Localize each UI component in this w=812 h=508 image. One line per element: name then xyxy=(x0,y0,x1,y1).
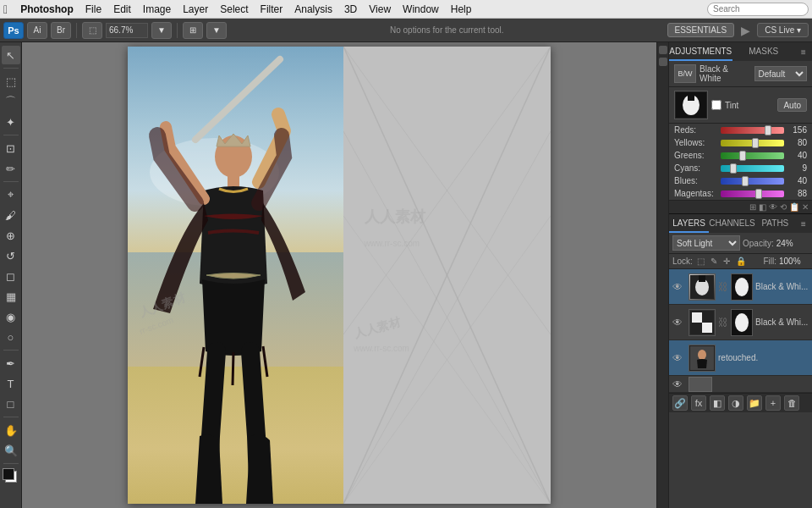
gradient-tool[interactable]: ▦ xyxy=(2,287,20,306)
layer-item-2[interactable]: 👁 retouched. xyxy=(669,340,812,376)
slider-greens-thumb[interactable] xyxy=(739,151,746,161)
adj-icon2[interactable]: ◧ xyxy=(759,202,766,212)
lock-position-btn[interactable]: ✛ xyxy=(721,256,732,267)
blur-tool[interactable]: ◉ xyxy=(2,307,20,326)
layer-eye-0[interactable]: 👁 xyxy=(672,281,686,293)
slider-cyans-track[interactable] xyxy=(721,165,784,172)
new-layer-btn[interactable]: + xyxy=(765,395,781,411)
history-tool[interactable]: ↺ xyxy=(2,246,20,265)
slider-yellows-thumb[interactable] xyxy=(752,138,759,148)
zoom-tool[interactable]: 🔍 xyxy=(2,441,20,460)
add-style-btn[interactable]: fx xyxy=(691,395,706,411)
menu-view[interactable]: View xyxy=(363,3,397,15)
adj-icon1[interactable]: ⊞ xyxy=(749,202,756,212)
crop-tool[interactable]: ⊡ xyxy=(2,139,20,157)
color-swatches[interactable] xyxy=(2,467,20,486)
lock-all-btn[interactable]: 🔒 xyxy=(734,256,748,267)
wand-tool[interactable]: ✦ xyxy=(2,113,20,131)
zoom-input[interactable] xyxy=(106,23,148,38)
cslive-btn[interactable]: CS Live ▾ xyxy=(757,23,809,37)
menu-analysis[interactable]: Analysis xyxy=(288,3,338,15)
adj-preset-select[interactable]: Default xyxy=(754,66,808,81)
slider-reds-thumb[interactable] xyxy=(765,125,771,135)
menu-edit[interactable]: Edit xyxy=(107,3,137,15)
search-input[interactable] xyxy=(707,3,809,16)
adj-panel-menu-btn[interactable]: ≡ xyxy=(795,42,812,61)
eraser-tool[interactable]: ◻ xyxy=(2,267,20,285)
shape-tool[interactable]: □ xyxy=(2,395,20,413)
br-icon-btn[interactable]: Br xyxy=(51,22,71,39)
tint-checkbox[interactable] xyxy=(711,100,721,110)
layers-panel-menu-btn[interactable]: ≡ xyxy=(795,214,812,233)
narrow-btn2[interactable] xyxy=(659,58,667,66)
apple-logo[interactable]:  xyxy=(3,3,8,16)
menu-3d[interactable]: 3D xyxy=(338,3,363,15)
tab-masks[interactable]: MASKS xyxy=(732,42,796,61)
text-tool[interactable]: T xyxy=(2,374,20,393)
tab-channels[interactable]: CHANNELS xyxy=(709,214,754,233)
arrange-btn[interactable]: ⊞ xyxy=(183,22,203,39)
menu-right xyxy=(707,3,809,16)
menu-image[interactable]: Image xyxy=(137,3,177,15)
ai-icon-btn[interactable]: Ai xyxy=(27,22,47,39)
layer-item-3[interactable]: 👁 xyxy=(669,376,812,393)
layer-item-0[interactable]: 👁 ⛓ Black & Whi... xyxy=(669,269,812,305)
lock-pixels-btn[interactable]: ✎ xyxy=(709,256,719,267)
link-layers-btn[interactable]: 🔗 xyxy=(672,395,688,411)
slider-cyans-thumb[interactable] xyxy=(730,163,737,174)
brush-tool[interactable]: 🖌 xyxy=(2,206,20,224)
slider-magentas-track[interactable] xyxy=(721,190,784,197)
marquee-tool[interactable]: ⬚ xyxy=(2,72,20,91)
adj-icon5[interactable]: 📋 xyxy=(789,202,799,212)
zoom-btn[interactable]: ▼ xyxy=(151,22,172,39)
menu-select[interactable]: Select xyxy=(214,3,254,15)
tab-layers[interactable]: LAYERS xyxy=(669,214,709,233)
menu-layer[interactable]: Layer xyxy=(177,3,214,15)
adj-icon3[interactable]: 👁 xyxy=(769,202,777,212)
adj-bw-icon[interactable]: B/W xyxy=(674,64,696,83)
dodge-tool[interactable]: ○ xyxy=(2,328,20,346)
layer-item-1[interactable]: 👁 ⛓ Black & Whi... xyxy=(669,305,812,340)
blend-mode-select[interactable]: Soft Light xyxy=(672,235,740,251)
ps-icon-btn[interactable]: Ps xyxy=(3,22,24,39)
slider-greens-track[interactable] xyxy=(721,152,784,159)
add-mask-btn[interactable]: ◧ xyxy=(710,395,725,411)
new-adj-btn[interactable]: ◑ xyxy=(728,395,743,411)
slider-reds-track[interactable] xyxy=(721,127,784,134)
menu-window[interactable]: Window xyxy=(397,3,445,15)
app-name[interactable]: Photoshop xyxy=(14,3,80,15)
new-group-btn[interactable]: 📁 xyxy=(747,395,762,411)
layer-eye-2[interactable]: 👁 xyxy=(672,352,686,364)
adj-icon4[interactable]: ⟲ xyxy=(780,202,787,212)
menu-file[interactable]: File xyxy=(80,3,107,15)
auto-btn[interactable]: Auto xyxy=(777,98,807,112)
lock-row: Lock: ⬚ ✎ ✛ 🔒 Fill: 100% xyxy=(669,254,812,269)
svg-rect-21 xyxy=(692,312,702,323)
view-btn[interactable]: ▼ xyxy=(206,22,227,39)
layer-eye-3[interactable]: 👁 xyxy=(672,378,686,390)
essentials-btn[interactable]: ESSENTIALS xyxy=(667,23,735,37)
menu-filter[interactable]: Filter xyxy=(255,3,289,15)
delete-layer-btn[interactable]: 🗑 xyxy=(784,395,799,411)
pen-tool[interactable]: ✒ xyxy=(2,354,20,373)
slider-blues-thumb[interactable] xyxy=(742,176,749,186)
tab-paths[interactable]: PATHS xyxy=(755,214,795,233)
narrow-btn1[interactable] xyxy=(659,46,667,54)
stamp-tool[interactable]: ⊕ xyxy=(2,226,20,245)
move-tool[interactable]: ↖ xyxy=(2,46,20,64)
canvas-area[interactable]: 人人素材 rr-sc.com xyxy=(22,42,656,508)
mode-btn[interactable]: ⬚ xyxy=(82,22,102,39)
layer-eye-1[interactable]: 👁 xyxy=(672,317,686,329)
fill-value: 100% xyxy=(779,257,809,266)
slider-yellows-track[interactable] xyxy=(721,140,784,146)
adj-icon6[interactable]: ✕ xyxy=(802,202,809,212)
lock-transparent-btn[interactable]: ⬚ xyxy=(695,256,706,267)
eyedropper-tool[interactable]: ✏ xyxy=(2,159,20,178)
slider-blues-track[interactable] xyxy=(721,178,784,185)
hand-tool[interactable]: ✋ xyxy=(2,421,20,439)
lasso-tool[interactable]: ⌒ xyxy=(2,92,20,111)
menu-help[interactable]: Help xyxy=(445,3,478,15)
slider-magentas-thumb[interactable] xyxy=(755,189,762,199)
tab-adjustments[interactable]: ADJUSTMENTS xyxy=(669,42,732,61)
heal-tool[interactable]: ⌖ xyxy=(2,185,20,204)
